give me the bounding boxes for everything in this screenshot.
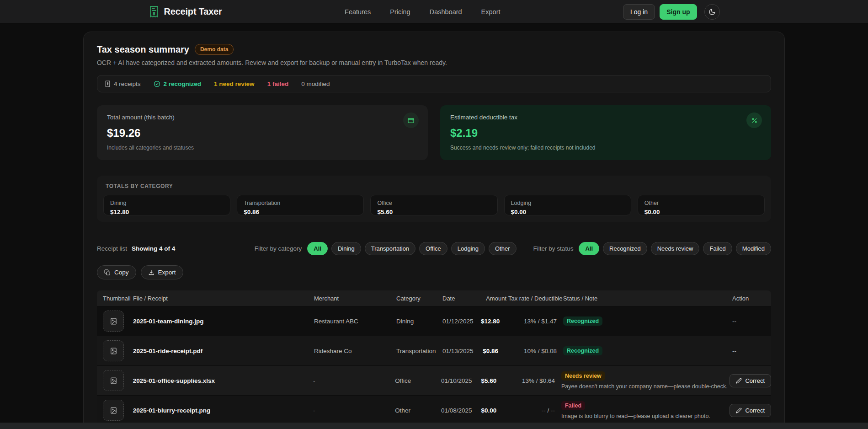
total-amount-note: Includes all categories and statuses [107, 145, 418, 151]
col-category: Category [396, 295, 442, 302]
amount-cell: $12.80 [481, 318, 508, 325]
login-button[interactable]: Log in [623, 4, 655, 20]
category-pill-all[interactable]: All [307, 242, 328, 255]
status-badge: Recognized [563, 316, 602, 326]
nav-pricing[interactable]: Pricing [390, 8, 410, 16]
theme-toggle-button[interactable] [704, 4, 720, 20]
filter-row: Receipt list Showing 4 of 4 Filter by ca… [97, 242, 771, 255]
tax-cell: -- / -- [506, 407, 561, 414]
file-name[interactable]: 2025-01-team-dining.jpg [133, 318, 314, 325]
file-name[interactable]: 2025-01-blurry-receipt.png [133, 407, 313, 414]
moon-icon [708, 8, 716, 16]
totals-heading: TOTALS BY CATEGORY [106, 183, 765, 189]
tax-cell: 10% / $0.08 [508, 348, 563, 354]
total-amount-card: Total amount (this batch) $19.26 Include… [97, 105, 428, 160]
tax-cell: 13% / $0.64 [506, 377, 561, 384]
category-card-lodging: Lodging $0.00 [504, 195, 631, 215]
date-cell: 01/10/2025 [441, 377, 479, 384]
nav-features[interactable]: Features [345, 8, 371, 16]
image-placeholder-icon [110, 407, 117, 414]
image-placeholder-icon [110, 377, 117, 385]
receipt-table: Thumbnail File / Receipt Merchant Catego… [97, 290, 771, 425]
stat-recognized: 2 recognized [154, 80, 202, 87]
demo-data-badge: Demo data [195, 44, 234, 55]
deductible-tax-value: $2.19 [450, 127, 761, 139]
stats-bar: 4 receipts 2 recognized 1 need review 1 … [97, 75, 771, 92]
receipt-list-label: Receipt list [97, 245, 127, 252]
wallet-icon [403, 113, 419, 128]
date-cell: 01/08/2025 [441, 407, 479, 414]
deductible-tax-note: Success and needs-review only; failed re… [450, 145, 761, 151]
brand[interactable]: Receipt Taxer [149, 5, 222, 18]
amount-cell: $5.60 [479, 377, 507, 384]
export-button[interactable]: Export [141, 265, 183, 279]
category-pill-office[interactable]: Office [419, 242, 447, 255]
category-card-dining: Dining $12.80 [103, 195, 230, 215]
table-row: 2025-01-ride-receipt.pdf Rideshare Co Tr… [97, 336, 771, 365]
copy-button[interactable]: Copy [97, 265, 136, 279]
category-cell: Office [395, 377, 441, 384]
file-name[interactable]: 2025-01-office-supplies.xlsx [133, 377, 313, 384]
merchant-cell: Rideshare Co [314, 348, 396, 354]
receipt-thumbnail[interactable] [103, 340, 124, 361]
correct-button[interactable]: Correct [730, 374, 771, 387]
showing-count: Showing 4 of 4 [132, 245, 175, 252]
category-cell: Dining [396, 318, 442, 325]
status-pill-failed[interactable]: Failed [703, 242, 732, 255]
correct-button[interactable]: Correct [730, 404, 771, 417]
receipt-thumbnail[interactable] [103, 311, 124, 332]
footer-strip [0, 423, 868, 429]
status-pill-all[interactable]: All [579, 242, 599, 255]
page-title: Tax season summary [97, 44, 189, 55]
category-card-transportation: Transportation $0.86 [237, 195, 364, 215]
stat-receipts: 4 receipts [105, 80, 141, 87]
status-pill-recognized[interactable]: Recognized [603, 242, 647, 255]
brand-title: Receipt Taxer [164, 6, 222, 17]
date-cell: 01/12/2025 [442, 318, 481, 325]
receipt-logo-icon [149, 5, 160, 18]
category-pill-lodging[interactable]: Lodging [451, 242, 485, 255]
total-amount-label: Total amount (this batch) [107, 114, 418, 121]
col-file: File / Receipt [133, 295, 314, 302]
merchant-cell: Restaurant ABC [314, 318, 396, 325]
check-circle-icon [154, 80, 160, 87]
no-action-placeholder: -- [732, 318, 736, 325]
table-header-row: Thumbnail File / Receipt Merchant Catego… [97, 290, 771, 306]
category-cell: Transportation [396, 348, 442, 354]
file-name[interactable]: 2025-01-ride-receipt.pdf [133, 348, 314, 354]
category-pill-transportation[interactable]: Transportation [365, 242, 415, 255]
status-badge: Needs review [561, 371, 605, 381]
category-card-other: Other $0.00 [638, 195, 765, 215]
category-pill-other[interactable]: Other [489, 242, 517, 255]
status-pill-modified[interactable]: Modified [736, 242, 771, 255]
stat-need-review: 1 need review [214, 80, 255, 87]
signup-button[interactable]: Sign up [660, 4, 697, 20]
image-placeholder-icon [110, 317, 117, 325]
category-cell: Other [395, 407, 441, 414]
filter-by-category-label: Filter by category [255, 245, 302, 252]
category-pill-dining[interactable]: Dining [331, 242, 361, 255]
merchant-cell: - [313, 377, 395, 384]
table-row: 2025-01-team-dining.jpg Restaurant ABC D… [97, 306, 771, 336]
tax-summary-panel: Tax season summary Demo data OCR + AI ha… [83, 32, 785, 429]
amount-cell: $0.86 [481, 348, 508, 354]
col-date: Date [442, 295, 481, 302]
table-row: 2025-01-office-supplies.xlsx - Office 01… [97, 365, 771, 395]
col-action: Action [732, 295, 771, 302]
nav-export[interactable]: Export [481, 8, 501, 16]
col-amount: Amount [481, 295, 508, 302]
main-nav: Features Pricing Dashboard Export [222, 8, 623, 16]
merchant-cell: - [313, 407, 395, 414]
receipt-count-icon [105, 80, 111, 87]
status-pill-needs-review[interactable]: Needs review [651, 242, 700, 255]
pencil-icon [736, 408, 742, 413]
receipt-thumbnail[interactable] [103, 370, 124, 391]
status-note: Image is too blurry to read—please uploa… [561, 413, 710, 419]
tax-cell: 13% / $1.47 [508, 318, 563, 325]
receipt-thumbnail[interactable] [103, 400, 124, 421]
nav-dashboard[interactable]: Dashboard [430, 8, 462, 16]
stat-modified: 0 modified [301, 80, 330, 87]
pencil-icon [736, 378, 742, 384]
deductible-tax-card: Estimated deductible tax $2.19 Success a… [440, 105, 771, 160]
copy-icon [104, 269, 111, 276]
